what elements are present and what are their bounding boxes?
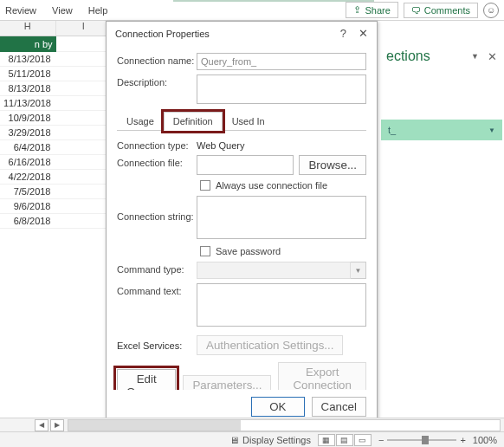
table-cell[interactable] [56,96,112,111]
table-cell[interactable] [56,140,113,155]
table-header-cell[interactable]: n by [0,36,56,52]
col-header-h[interactable]: H [0,21,56,36]
scroll-thumb[interactable] [68,420,241,431]
ribbon-tab-view[interactable]: View [52,5,73,16]
dialog-help-icon[interactable]: ? [340,27,346,40]
table-cell[interactable]: 8/13/2018 [0,81,56,96]
pane-close-icon[interactable]: ✕ [488,50,497,63]
ribbon: Review View Help ⇪ Share 🗨 Comments ☺ [0,0,504,21]
table-cell[interactable] [56,81,113,96]
zoom-slider[interactable] [387,439,456,441]
chevron-down-icon: ▼ [488,126,495,134]
connection-properties-dialog: Connection Properties ? ✕ Connection nam… [106,21,378,424]
table-cell[interactable]: 6/4/2018 [0,140,56,155]
always-use-checkbox[interactable] [200,180,210,191]
share-icon: ⇪ [353,4,361,16]
pane-connection-item[interactable]: t_ ▼ [381,120,502,140]
connection-string-input[interactable] [197,196,366,239]
table-cell[interactable] [56,214,113,229]
table-cell[interactable]: 10/9/2018 [0,111,56,126]
auth-settings-button[interactable]: Authentication Settings... [197,335,343,355]
share-button[interactable]: ⇪ Share [346,2,397,18]
zoom-level[interactable]: 100% [473,435,497,445]
connection-name-label: Connection name: [117,53,197,66]
save-password-checkbox[interactable] [200,246,210,256]
ribbon-tab-review[interactable]: Review [5,5,36,16]
table-cell[interactable]: 9/6/2018 [0,199,56,214]
feedback-icon[interactable]: ☺ [483,3,499,18]
dialog-tabs: Usage Definition Used In [117,111,366,131]
excel-services-label: Excel Services: [117,340,190,351]
comments-label: Comments [424,5,470,16]
table-cell[interactable]: 7/5/2018 [0,185,56,199]
view-page-layout-icon[interactable]: ▤ [336,434,353,446]
monitor-icon: 🖥 [229,435,239,445]
pane-title: ections [386,49,430,64]
tab-used-in[interactable]: Used In [223,112,275,131]
tab-usage[interactable]: Usage [117,112,164,131]
table-cell[interactable] [56,155,113,170]
dialog-title: Connection Properties [115,29,210,39]
tab-definition[interactable]: Definition [164,112,223,131]
display-settings-button[interactable]: 🖥 Display Settings [229,435,311,445]
always-use-label: Always use connection file [216,180,327,191]
table-cell[interactable] [56,170,113,185]
parameters-button[interactable]: Parameters... [183,375,271,390]
ok-button[interactable]: OK [251,397,304,417]
save-password-label: Save password [216,246,281,256]
zoom-in-button[interactable]: + [460,435,465,445]
view-page-break-icon[interactable]: ▭ [354,434,372,446]
command-type-select[interactable] [197,262,351,279]
cancel-button[interactable]: Cancel [312,397,367,417]
edit-query-button[interactable]: Edit Query... [117,369,176,391]
table-cell[interactable]: 6/8/2018 [0,214,56,229]
table-cell[interactable] [56,185,113,199]
connection-type-value: Web Query [197,138,366,151]
share-label: Share [365,5,390,16]
col-header-i[interactable]: I [56,21,113,36]
comment-icon: 🗨 [411,5,421,16]
table-cell[interactable]: 6/16/2018 [0,155,56,170]
pane-item-label: t_ [388,125,396,135]
browse-button[interactable]: Browse... [299,155,366,175]
status-bar: 🖥 Display Settings ▦ ▤ ▭ − + 100% [0,431,504,447]
table-cell[interactable]: 11/13/2018 [0,96,56,111]
description-input[interactable] [197,74,366,104]
table-cell[interactable]: 4/22/2018 [0,170,56,185]
side-pane: ections ▼ ✕ t_ ▼ [381,45,502,140]
comments-button[interactable]: 🗨 Comments [404,3,478,18]
table-cell[interactable]: 5/11/2018 [0,67,56,81]
sheet-nav-right-icon[interactable]: ▶ [50,419,64,431]
horizontal-scrollbar[interactable] [68,419,501,431]
table-cell[interactable]: 3/29/2018 [0,126,56,140]
table-cell[interactable] [56,111,113,126]
description-label: Description: [117,74,197,87]
table-cell[interactable] [56,199,113,214]
sheet-nav-left-icon[interactable]: ◀ [35,419,48,431]
pane-menu-icon[interactable]: ▼ [471,52,479,61]
export-connection-file-button[interactable]: Export Connection File... [278,362,366,390]
command-text-input[interactable] [197,283,366,327]
worksheet-area: H I n by 8/13/20185/11/20188/13/201811/1… [0,21,113,430]
view-normal-icon[interactable]: ▦ [318,434,335,446]
display-settings-label: Display Settings [242,435,311,445]
ribbon-tab-help[interactable]: Help [88,5,108,16]
connection-file-label: Connection file: [117,155,197,168]
table-cell[interactable] [56,36,112,52]
table-cell[interactable] [56,67,113,81]
zoom-out-button[interactable]: − [378,435,384,445]
table-cell[interactable] [56,126,113,140]
connection-file-input[interactable] [197,155,294,175]
chevron-down-icon[interactable]: ▼ [351,262,366,279]
connection-type-label: Connection type: [117,138,197,151]
command-text-label: Command text: [117,283,197,296]
table-cell[interactable]: 8/13/2018 [0,52,56,67]
command-type-label: Command type: [117,262,197,275]
sheet-scroll-row: ◀ ▶ [0,418,504,431]
connection-name-input[interactable] [197,53,366,70]
connection-string-label: Connection string: [117,196,197,222]
dialog-close-icon[interactable]: ✕ [359,27,368,40]
table-cell[interactable] [56,52,113,67]
